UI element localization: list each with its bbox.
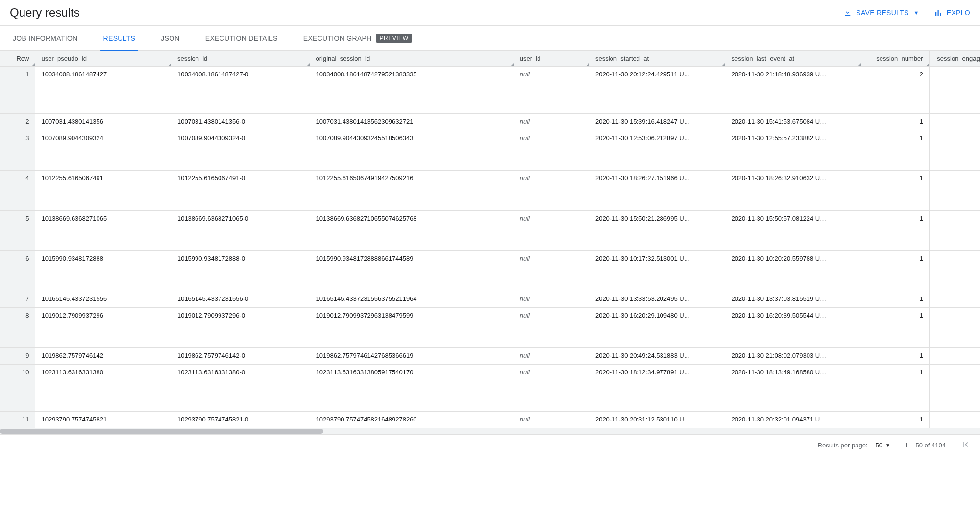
resize-handle-icon[interactable] <box>307 63 310 66</box>
cell: 6 <box>0 251 35 291</box>
null-value: null <box>520 255 530 262</box>
resize-handle-icon[interactable] <box>586 63 589 66</box>
table-row[interactable]: 510138669.636827106510138669.6368271065-… <box>0 211 980 251</box>
cell: 1015990.9348172888-0 <box>171 251 310 291</box>
cell: 9 <box>0 348 35 365</box>
cell: 10293790.7574745821 <box>35 412 171 428</box>
horizontal-scroll-thumb[interactable] <box>0 429 323 434</box>
cell: 2020-11-30 13:33:53.202495 U… <box>589 291 725 308</box>
cell: 1 <box>929 130 980 171</box>
tab-execution-graph[interactable]: EXECUTION GRAPH PREVIEW <box>300 26 416 50</box>
table-row[interactable]: 1110293790.757474582110293790.7574745821… <box>0 412 980 428</box>
cell: 1 <box>929 291 980 308</box>
cell: 10138669.6368271065 <box>35 211 171 251</box>
cell: null <box>514 171 589 211</box>
cell: 1007031.4380141356-0 <box>171 114 310 130</box>
cell: null <box>514 365 589 412</box>
cell: 1012255.6165067491 <box>35 171 171 211</box>
cell: 1023113.6316331380-0 <box>171 365 310 412</box>
null-value: null <box>520 215 530 222</box>
cell: 1 <box>929 365 980 412</box>
cell: 10034008.1861487427 <box>35 67 171 114</box>
cell: 1007031.4380141356 <box>35 114 171 130</box>
table-row[interactable]: 31007089.90443093241007089.9044309324-01… <box>0 130 980 171</box>
table-row[interactable]: 91019862.75797461421019862.7579746142-01… <box>0 348 980 365</box>
cell: 1019012.79099372963138479599 <box>310 308 514 348</box>
cell: 2020-11-30 20:31:12.530110 U… <box>589 412 725 428</box>
cell: 1019012.7909937296-0 <box>171 308 310 348</box>
save-results-button[interactable]: SAVE RESULTS ▼ <box>843 8 919 17</box>
col-user-pseudo-id[interactable]: user_pseudo_id <box>35 51 171 67</box>
resize-handle-icon[interactable] <box>926 63 929 66</box>
caret-down-icon: ▼ <box>885 443 890 448</box>
cell: 2020-11-30 10:17:32.513001 U… <box>589 251 725 291</box>
cell: 1 <box>929 171 980 211</box>
table-row[interactable]: 710165145.433723155610165145.4337231556-… <box>0 291 980 308</box>
tab-json[interactable]: JSON <box>158 26 183 50</box>
cell: null <box>514 251 589 291</box>
col-row[interactable]: Row <box>0 51 35 67</box>
cell: null <box>514 348 589 365</box>
resize-handle-icon[interactable] <box>168 63 171 66</box>
cell: 1 <box>861 211 929 251</box>
table-row[interactable]: 21007031.43801413561007031.4380141356-01… <box>0 114 980 130</box>
null-value: null <box>520 312 530 319</box>
col-session-engage[interactable]: session_engage <box>929 51 980 67</box>
resize-handle-icon[interactable] <box>722 63 725 66</box>
cell: 1 <box>929 348 980 365</box>
col-label: original_session_id <box>316 55 370 62</box>
cell: 10293790.7574745821-0 <box>171 412 310 428</box>
table-row[interactable]: 110034008.186148742710034008.1861487427-… <box>0 67 980 114</box>
resize-handle-icon[interactable] <box>32 63 35 66</box>
results-table-scroll[interactable]: Row user_pseudo_id session_id original_s… <box>0 51 980 428</box>
cell: 10138669.6368271065-0 <box>171 211 310 251</box>
col-session-id[interactable]: session_id <box>171 51 310 67</box>
cell: 11 <box>0 412 35 428</box>
cell: 2 <box>0 114 35 130</box>
horizontal-scrollbar[interactable] <box>0 428 980 434</box>
tab-results[interactable]: RESULTS <box>100 26 139 50</box>
cell: 2 <box>861 67 929 114</box>
cell: 2020-11-30 18:26:27.151966 U… <box>589 171 725 211</box>
col-original-session-id[interactable]: original_session_id <box>310 51 514 67</box>
first-page-button[interactable] <box>960 440 970 451</box>
tab-label: EXECUTION GRAPH <box>303 34 372 42</box>
col-session-started-at[interactable]: session_started_at <box>589 51 725 67</box>
cell: 1007089.9044309324-0 <box>171 130 310 171</box>
resize-handle-icon[interactable] <box>511 63 514 66</box>
table-row[interactable]: 41012255.61650674911012255.6165067491-01… <box>0 171 980 211</box>
col-session-number[interactable]: session_number <box>861 51 929 67</box>
cell: 1019862.7579746142-0 <box>171 348 310 365</box>
cell: null <box>514 130 589 171</box>
cell: 1023113.63163313805917540170 <box>310 365 514 412</box>
col-session-last-event-at[interactable]: session_last_event_at <box>725 51 861 67</box>
cell: 1019012.7909937296 <box>35 308 171 348</box>
table-row[interactable]: 81019012.79099372961019012.7909937296-01… <box>0 308 980 348</box>
cell: 2020-11-30 15:50:57.081224 U… <box>725 211 861 251</box>
col-user-id[interactable]: user_id <box>514 51 589 67</box>
results-per-page: Results per page: 50 ▼ <box>818 442 890 449</box>
cell: 4 <box>0 171 35 211</box>
resize-handle-icon[interactable] <box>858 63 861 66</box>
tab-job-information[interactable]: JOB INFORMATION <box>10 26 81 50</box>
cell: 1 <box>929 67 980 114</box>
table-row[interactable]: 101023113.63163313801023113.6316331380-0… <box>0 365 980 412</box>
results-per-page-select[interactable]: 50 ▼ <box>875 442 890 449</box>
table-body: 110034008.186148742710034008.1861487427-… <box>0 67 980 428</box>
cell: 1 <box>929 211 980 251</box>
cell: 1 <box>861 251 929 291</box>
cell: 1 <box>861 130 929 171</box>
explore-button[interactable]: EXPLO <box>934 8 970 17</box>
table-row[interactable]: 61015990.93481728881015990.9348172888-01… <box>0 251 980 291</box>
cell: null <box>514 114 589 130</box>
tab-execution-details[interactable]: EXECUTION DETAILS <box>202 26 281 50</box>
cell: null <box>514 211 589 251</box>
col-label: session_last_event_at <box>731 55 794 62</box>
cell: 2020-11-30 16:20:29.109480 U… <box>589 308 725 348</box>
pagination-range: 1 – 50 of 4104 <box>905 442 946 449</box>
results-per-page-label: Results per page: <box>818 442 868 449</box>
col-label: user_id <box>520 55 541 62</box>
cell: 10034008.1861487427-0 <box>171 67 310 114</box>
header-actions: SAVE RESULTS ▼ EXPLO <box>843 8 970 17</box>
cell: 2020-11-30 12:53:06.212897 U… <box>589 130 725 171</box>
